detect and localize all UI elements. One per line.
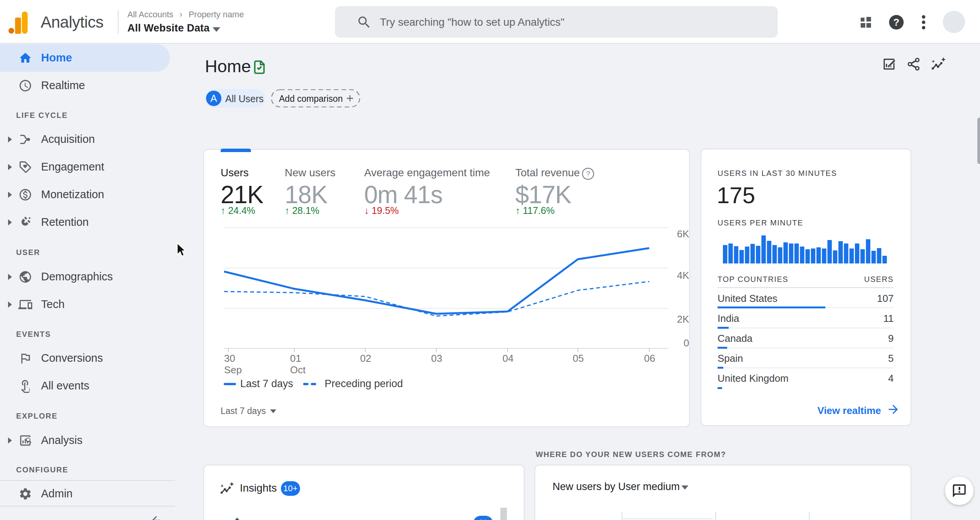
svg-text:?: ? (893, 17, 899, 28)
svg-text:?: ? (586, 170, 590, 178)
